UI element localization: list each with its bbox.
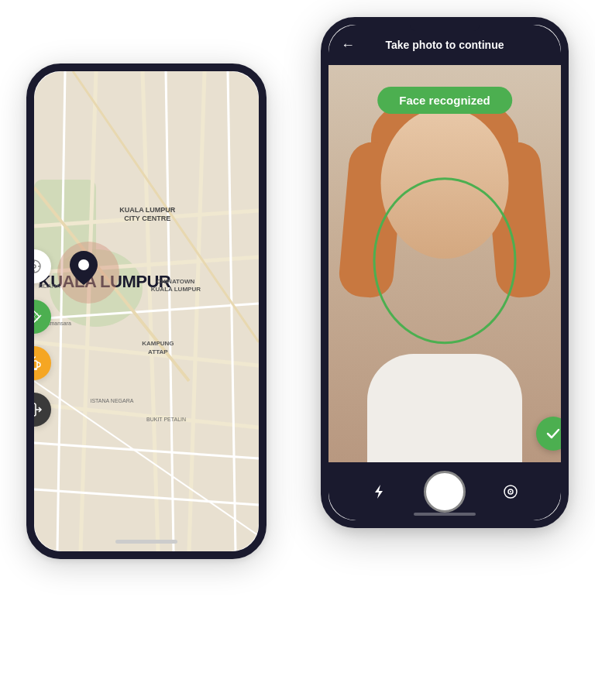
svg-rect-27 (28, 403, 36, 416)
map-istana: ISTANA NEGARA (91, 398, 134, 403)
svg-point-20 (33, 265, 36, 268)
svg-rect-25 (28, 361, 37, 369)
map-chinatown: CHINATOWN KUALA LUMPUR (151, 278, 201, 294)
shutter-inner (428, 475, 462, 509)
svg-line-8 (189, 71, 205, 551)
map-bukit: BUKIT PETALIN (146, 417, 186, 422)
map-pin (70, 251, 98, 285)
face-recognized-badge: Face recognized (377, 87, 512, 114)
flash-icon[interactable] (370, 483, 387, 500)
phone-left: KUALA LUMPUR RDANA KUALA LUMPUR CITY CEN… (26, 63, 267, 559)
svg-line-10 (34, 443, 259, 458)
camera-bottom-bar (328, 462, 561, 520)
map-perdana: RDANA (39, 283, 60, 290)
map-kampung: KAMPUNG ATTAP (142, 340, 174, 356)
camera-notch (410, 25, 480, 31)
camera-switch-icon[interactable] (502, 483, 519, 500)
svg-point-18 (78, 259, 89, 270)
home-bar-right (414, 513, 476, 516)
svg-line-14 (228, 71, 236, 551)
camera-title: Take photo to continue (386, 39, 504, 51)
shutter-button[interactable] (424, 471, 466, 513)
svg-line-5 (34, 404, 259, 427)
svg-rect-26 (28, 369, 37, 370)
face-recognition-circle (373, 177, 517, 344)
svg-line-12 (166, 71, 174, 551)
svg-line-17 (34, 381, 259, 536)
map-city-centre: KUALA LUMPUR CITY CENTRE (119, 206, 175, 224)
back-button[interactable]: ← (341, 37, 355, 53)
shirt (367, 354, 522, 462)
home-bar-left (115, 540, 177, 544)
phone-right: ← Take photo to continue Face recognized (321, 17, 569, 528)
svg-line-11 (34, 489, 259, 505)
camera-viewfinder: Face recognized (328, 65, 561, 462)
svg-point-30 (510, 491, 511, 492)
